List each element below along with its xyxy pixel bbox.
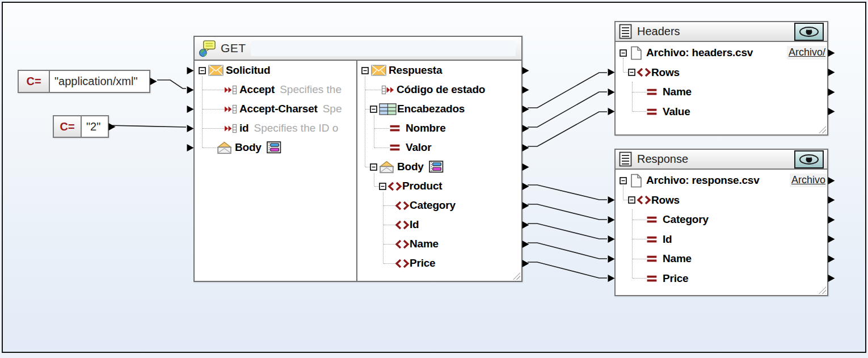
resize-grip[interactable] [513,272,520,280]
collapse-toggle-icon[interactable] [370,163,377,171]
output-connector[interactable] [521,124,530,133]
tree-item-id[interactable]: id Specifies the ID o [195,119,356,138]
tree-item-product[interactable]: Product [357,176,521,196]
collapse-toggle-icon[interactable] [361,67,369,74]
output-connector[interactable] [521,220,530,230]
file-string-button[interactable]: Archivo/ [787,46,827,60]
constant-2[interactable]: C= "2" [53,115,109,138]
output-connector[interactable] [521,104,530,114]
tree-item-name[interactable]: Name [616,249,827,269]
collapse-toggle-icon[interactable] [379,183,386,190]
response-component-header[interactable]: Response [616,150,827,170]
tree-item-status-code[interactable]: Código de estado [357,80,521,99]
connection-category-category[interactable] [528,204,607,220]
collapse-toggle-icon[interactable] [620,177,627,184]
tree-item-encabezados[interactable]: Encabezados [357,99,521,119]
input-connector[interactable] [607,68,616,77]
tree-item-category[interactable]: Category [357,196,521,215]
output-connector[interactable] [827,87,836,97]
tree-item-response-body[interactable]: Body [357,157,521,176]
output-connector[interactable] [827,107,836,116]
input-connector[interactable] [607,107,616,116]
output-connector[interactable] [521,66,530,75]
input-connector[interactable] [607,87,616,97]
constant-application-xml[interactable]: C= "application/xml" [18,70,150,93]
get-component-header[interactable]: GET [195,37,521,61]
tree-item-name-element[interactable]: Name [357,234,521,254]
tree-item-price[interactable]: Price [616,269,827,289]
collapse-toggle-icon[interactable] [370,106,377,113]
output-connector[interactable] [827,68,836,77]
collapse-toggle-icon[interactable] [628,196,635,204]
output-connector[interactable] [521,162,530,172]
collapse-toggle-icon[interactable] [620,49,627,57]
output-connector[interactable] [521,239,530,249]
tree-item-rows[interactable]: Rows [616,63,827,83]
output-connector[interactable] [108,122,116,132]
tree-item-category[interactable]: Category [616,210,827,230]
collapse-toggle-icon[interactable] [199,67,206,74]
tree-item-request-body[interactable]: Body [195,138,356,157]
tree-item-accept[interactable]: Accept Specifies the [195,80,356,99]
tree-item-file[interactable]: Archivo: response.csv Archivo [616,171,827,191]
preview-eye-button[interactable] [794,150,824,169]
collapse-toggle-icon[interactable] [628,69,635,76]
input-connector[interactable] [186,85,195,95]
headers-component-header[interactable]: Headers [616,22,827,42]
tree-item-accept-charset[interactable]: Accept-Charset Spe [195,99,356,119]
output-connector[interactable] [827,273,836,283]
input-connector[interactable] [607,195,616,205]
connection-constant-id[interactable] [108,125,186,127]
tree-item-solicitud[interactable]: Solicitud [195,61,356,80]
connection-encabezados-rows[interactable] [528,73,607,108]
input-connector[interactable] [607,254,616,264]
component-title-field[interactable] [251,40,516,56]
connection-constant-accept[interactable] [157,80,186,89]
edit-structure-icon[interactable] [429,161,444,173]
response-csv-component[interactable]: Response Archivo: response.csv Archivo R… [614,149,828,296]
input-connector[interactable] [607,215,616,225]
tree-item-label: Product [402,180,442,192]
connection-price-price[interactable] [528,262,607,278]
connection-nombre-name[interactable] [528,92,607,127]
output-connector[interactable] [827,234,836,244]
connection-name-name[interactable] [528,243,607,259]
output-connector[interactable] [827,195,836,205]
input-connector[interactable] [607,234,616,244]
tree-item-file[interactable]: Archivo: headers.csv Archivo/ [616,43,827,63]
output-connector[interactable] [521,182,530,191]
connection-product-rows[interactable] [528,185,607,200]
tree-item-valor[interactable]: Valor [357,138,521,157]
input-connector[interactable] [186,143,195,153]
preview-eye-button[interactable] [794,23,824,41]
tree-item-name[interactable]: Name [616,82,827,102]
tree-item-respuesta[interactable]: Respuesta [357,61,521,80]
output-connector[interactable] [521,143,530,153]
input-connector[interactable] [607,273,616,283]
edit-structure-icon[interactable] [267,141,281,154]
connection-valor-value[interactable] [528,112,607,146]
tree-item-id-element[interactable]: Id [357,215,521,234]
output-connector[interactable] [827,48,836,58]
tree-item-label: Rows [651,194,680,207]
tree-item-price-element[interactable]: Price [357,254,521,273]
file-string-button[interactable]: Archivo [790,174,827,187]
output-connector[interactable] [521,201,530,210]
input-connector[interactable] [186,104,195,114]
tree-item-id[interactable]: Id [616,230,827,250]
tree-item-value[interactable]: Value [616,102,827,122]
resize-grip[interactable] [819,126,826,133]
output-connector[interactable] [827,176,836,186]
output-connector[interactable] [827,254,836,264]
tree-item-rows[interactable]: Rows [616,191,827,210]
output-connector[interactable] [521,85,530,95]
connection-id-id[interactable] [528,224,607,239]
get-webservice-component[interactable]: GET Solicitud Accept Specifies the [193,36,523,282]
headers-csv-component[interactable]: Headers Archivo: headers.csv Archivo/ Ro… [614,21,828,136]
tree-item-nombre[interactable]: Nombre [357,119,521,138]
output-connector[interactable] [149,77,158,86]
input-connector[interactable] [186,66,195,75]
output-connector[interactable] [521,259,530,268]
output-connector[interactable] [827,215,836,225]
input-connector[interactable] [186,124,195,133]
